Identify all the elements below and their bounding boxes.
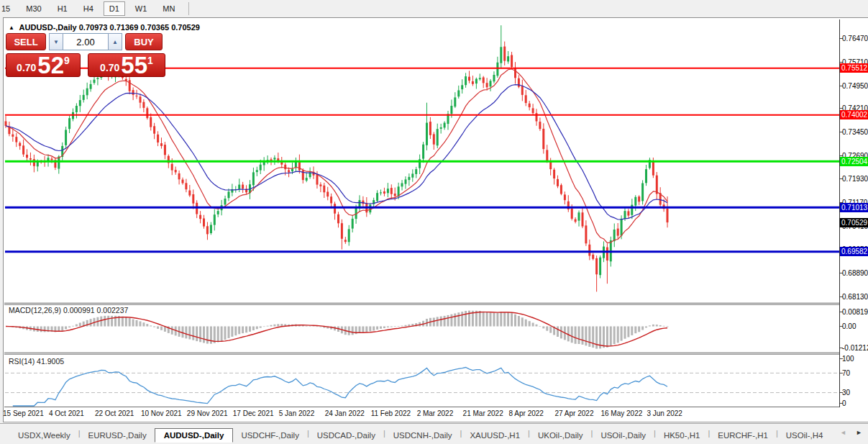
tabs-scroll-left-icon[interactable]: ◄ bbox=[840, 429, 846, 436]
level-price-label: 0.71013 bbox=[840, 203, 868, 212]
rsi-pane-label: RSI(14) 41.9005 bbox=[9, 357, 64, 366]
chart-tab-xauusd-h1[interactable]: XAUUSD-,H1 bbox=[462, 429, 528, 442]
level-price-label: 0.75512 bbox=[840, 63, 868, 73]
timeframe-button-m30[interactable]: M30 bbox=[20, 1, 47, 16]
chart-tab-audusd-daily[interactable]: AUDUSD-,Daily bbox=[155, 428, 234, 443]
price-tick-label: 0.76470 bbox=[842, 34, 868, 43]
date-label: 24 Jan 2022 bbox=[325, 409, 365, 417]
sell-price-big: 52 bbox=[37, 55, 64, 75]
rsi-tick-label: 70 bbox=[842, 368, 850, 378]
volume-increase-button[interactable]: ▲ bbox=[108, 33, 122, 50]
macd-name: MACD(12,26,9) bbox=[9, 306, 61, 314]
date-label: 27 Apr 2022 bbox=[555, 409, 594, 417]
current-price-label: 0.70529 bbox=[840, 218, 868, 227]
chart-tab-eurusd-daily[interactable]: EURUSD-,Daily bbox=[81, 429, 155, 442]
date-label: 2 Mar 2022 bbox=[417, 409, 454, 417]
sell-button[interactable]: SELL bbox=[6, 33, 46, 50]
price-tick-label: 0.73450 bbox=[842, 127, 868, 137]
timeframe-button-d1[interactable]: D1 bbox=[104, 1, 125, 16]
date-label: 10 Nov 2021 bbox=[141, 409, 182, 417]
chart-tab-usdx-weekly[interactable]: USDX,Weekly bbox=[10, 429, 78, 442]
date-label: 15 Sep 2021 bbox=[3, 409, 44, 417]
chart-tab-usoil-h4[interactable]: USOil-,H4 bbox=[778, 429, 831, 442]
chart-tab-usoil-daily[interactable]: USOil-,Daily bbox=[593, 429, 654, 442]
date-label: 8 Apr 2022 bbox=[509, 409, 544, 417]
macd-tick-label: -0.01212 bbox=[842, 343, 868, 353]
symbol-name: AUDUSD-,Daily bbox=[19, 23, 77, 32]
date-label: 22 Oct 2021 bbox=[95, 409, 134, 417]
rsi-name: RSI(14) bbox=[9, 357, 35, 366]
chart-tabs-bar: USDX,Weekly|EURUSD-,DailyAUDUSD-,DailyUS… bbox=[0, 423, 868, 442]
timeframe-button-h1[interactable]: H1 bbox=[52, 1, 73, 16]
chart-tab-usdchf-daily[interactable]: USDCHF-,Daily bbox=[233, 429, 307, 442]
chart-tab-usdcnh-daily[interactable]: USDCNH-,Daily bbox=[385, 429, 460, 442]
date-label: 29 Nov 2021 bbox=[187, 409, 228, 417]
price-tick-label: 0.68890 bbox=[842, 268, 868, 278]
price-tick-label: 0.71930 bbox=[842, 174, 868, 184]
chart-tab-eurchf-h1[interactable]: EURCHF-,H1 bbox=[710, 429, 776, 442]
buy-price-big: 55 bbox=[121, 55, 147, 75]
time-axis: 15 Sep 20214 Oct 202122 Oct 202110 Nov 2… bbox=[4, 407, 840, 420]
price-axis: 0.764700.757100.749500.742100.734500.726… bbox=[840, 19, 868, 420]
macd-histogram bbox=[8, 311, 668, 349]
timeframe-button-h4[interactable]: H4 bbox=[78, 1, 99, 16]
collapse-arrow-icon[interactable]: ▲ bbox=[9, 24, 14, 31]
sell-price-prefix: 0.70 bbox=[17, 62, 36, 73]
chart-symbol-header: ▲ AUDUSD-,Daily 0.70973 0.71369 0.70365 … bbox=[9, 23, 200, 32]
timeframe-toolbar: 15M30H1H4D1W1MN bbox=[0, 0, 868, 17]
timeframe-button-15[interactable]: 15 bbox=[0, 1, 16, 16]
tabs-scroll-right-icon[interactable]: ► bbox=[856, 429, 862, 436]
symbol-ohlc-values: 0.70973 0.71369 0.70365 0.70529 bbox=[79, 23, 200, 32]
date-label: 4 Oct 2021 bbox=[49, 409, 84, 417]
buy-button[interactable]: BUY bbox=[125, 33, 163, 50]
rsi-value: 41.9005 bbox=[37, 357, 64, 366]
buy-price-prefix: 0.70 bbox=[100, 62, 119, 73]
date-label: 11 Feb 2022 bbox=[371, 409, 411, 417]
price-tick-label: 0.68130 bbox=[842, 292, 868, 302]
rsi-tick-label: 30 bbox=[842, 388, 850, 397]
date-label: 5 Jan 2022 bbox=[279, 409, 315, 417]
macd-pane-label: MACD(12,26,9) 0.000991 0.002237 bbox=[9, 306, 128, 314]
buy-price-pip: 1 bbox=[147, 55, 153, 66]
macd-tick-label: 0.00 bbox=[842, 322, 856, 331]
ema-fast-line bbox=[6, 69, 667, 243]
sell-price-pip: 9 bbox=[64, 55, 70, 66]
volume-decrease-button[interactable]: ▼ bbox=[49, 33, 63, 50]
toolbar-separator bbox=[188, 2, 189, 15]
level-price-label: 0.69582 bbox=[840, 247, 868, 256]
macd-tick-label: 0.008197 bbox=[842, 307, 868, 317]
level-price-label: 0.74002 bbox=[840, 110, 868, 119]
price-tick-label: 0.74950 bbox=[842, 81, 868, 91]
date-label: 21 Mar 2022 bbox=[463, 409, 503, 417]
timeframe-button-w1[interactable]: W1 bbox=[129, 1, 153, 16]
level-price-label: 0.72504 bbox=[840, 157, 868, 166]
buy-price-display[interactable]: 0.70 55 1 bbox=[88, 53, 165, 77]
chart-tab-hk50-h1[interactable]: HK50-,H1 bbox=[656, 429, 708, 442]
rsi-tick-label: 100 bbox=[842, 354, 854, 363]
timeframe-button-mn[interactable]: MN bbox=[157, 1, 181, 16]
rsi-tick-label: 0 bbox=[842, 399, 846, 408]
date-label: 16 May 2022 bbox=[600, 409, 642, 417]
chart-tab-ukoil-daily[interactable]: UKOil-,Daily bbox=[530, 429, 591, 442]
date-label: 3 Jun 2022 bbox=[647, 409, 682, 417]
chart-tab-usdcad-daily[interactable]: USDCAD-,Daily bbox=[309, 429, 383, 442]
date-label: 17 Dec 2021 bbox=[233, 409, 274, 417]
macd-values: 0.000991 0.002237 bbox=[63, 306, 129, 314]
volume-input[interactable] bbox=[63, 33, 108, 50]
sell-price-display[interactable]: 0.70 52 9 bbox=[6, 53, 81, 77]
one-click-trading-panel: SELL ▼ ▲ BUY 0.70 52 9 0.70 55 1 bbox=[6, 33, 165, 77]
